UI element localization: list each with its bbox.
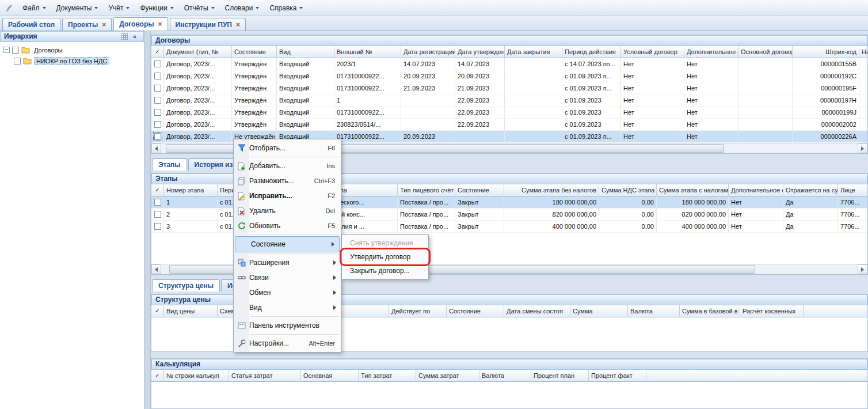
- submenu-item-close-contract[interactable]: Закрыть договор...: [342, 264, 428, 278]
- grid-view-icon[interactable]: [119, 32, 130, 41]
- menu-help[interactable]: Справка: [264, 1, 308, 15]
- column-header[interactable]: Период действия: [562, 46, 621, 58]
- scroll-left-button[interactable]: [151, 143, 161, 153]
- menu-item-duplicate[interactable]: Размножить... Ctrl+F3: [234, 173, 341, 188]
- tab-desktop[interactable]: Рабочий стол: [2, 18, 60, 31]
- column-header[interactable]: Статья затрат: [229, 370, 301, 382]
- scroll-right-button[interactable]: [858, 264, 867, 274]
- table-row[interactable]: Договор, 2023/...УтверждёнВходящий017310…: [151, 107, 867, 119]
- column-header[interactable]: Процент факт: [589, 370, 646, 382]
- tree-item-niokr[interactable]: НИОКР по ГОЗ без НДС: [0, 55, 144, 66]
- menu-item-links[interactable]: Связи: [234, 270, 341, 285]
- column-header[interactable]: Номер этапа: [164, 184, 218, 196]
- tree-checkbox[interactable]: [12, 47, 19, 54]
- column-header[interactable]: Условный договор: [621, 46, 684, 58]
- menu-item-filter[interactable]: Отобрать... F6: [234, 141, 341, 156]
- column-header[interactable]: Состояние: [232, 46, 277, 58]
- column-header[interactable]: Сумма этапа с налогами: [657, 184, 729, 196]
- panel-splitter[interactable]: [144, 31, 151, 409]
- column-header[interactable]: Лице: [838, 184, 867, 196]
- column-header[interactable]: Внешний №: [334, 46, 401, 58]
- row-checkbox[interactable]: [154, 211, 161, 218]
- close-icon[interactable]: ×: [102, 21, 106, 28]
- row-checkbox[interactable]: [154, 223, 161, 230]
- row-checkbox[interactable]: [154, 73, 161, 79]
- column-header[interactable]: Дополнительное с: [729, 184, 783, 196]
- menu-item-view[interactable]: Вид: [234, 300, 341, 315]
- column-header[interactable]: Дата утверждения: [455, 46, 505, 58]
- menu-file[interactable]: Файл: [17, 1, 51, 15]
- column-header[interactable]: № строки калькул: [164, 370, 229, 382]
- menu-dictionaries[interactable]: Словари: [220, 1, 265, 15]
- close-icon[interactable]: ×: [158, 21, 162, 28]
- submenu-item-unapprove[interactable]: Снять утверждение: [342, 236, 428, 250]
- row-checkbox[interactable]: [154, 85, 161, 92]
- menu-documents[interactable]: Документы: [51, 1, 104, 15]
- select-all-column-header[interactable]: ✓: [151, 46, 164, 58]
- column-header[interactable]: Нало: [859, 46, 867, 58]
- column-header[interactable]: Тип затрат: [359, 370, 416, 382]
- menu-item-state[interactable]: Состояние: [235, 236, 340, 252]
- column-header[interactable]: Вид: [277, 46, 334, 58]
- menu-functions[interactable]: Функции: [135, 1, 178, 15]
- column-header[interactable]: Процент план: [531, 370, 589, 382]
- column-header[interactable]: Сумма этапа без налогов: [504, 184, 599, 196]
- tab-instructions[interactable]: Инструкции ПУП×: [170, 18, 246, 31]
- tab-price-structure[interactable]: Структура цены: [152, 279, 220, 291]
- menu-accounting[interactable]: Учёт: [103, 1, 135, 15]
- column-header[interactable]: Основная: [301, 370, 359, 382]
- row-checkbox[interactable]: [154, 133, 161, 140]
- column-header[interactable]: Дата смены состоя: [504, 305, 570, 317]
- close-icon[interactable]: ×: [236, 21, 240, 28]
- tab-projects[interactable]: Проекты×: [62, 18, 112, 31]
- column-header[interactable]: Сумма: [570, 305, 628, 317]
- column-header[interactable]: Сумма НДС этапа: [599, 184, 657, 196]
- menu-item-refresh[interactable]: Обновить F5: [234, 218, 341, 233]
- column-header[interactable]: Тип лицевого счёт: [398, 184, 455, 196]
- table-row[interactable]: Договор, 2023/...УтверждёнВходящий017310…: [151, 70, 867, 82]
- scroll-left-button[interactable]: [151, 264, 161, 274]
- menu-item-delete[interactable]: Удалить Del: [234, 203, 341, 218]
- table-row[interactable]: Договор, 2023/...УтверждёнВходящий017310…: [151, 82, 867, 94]
- row-checkbox[interactable]: [154, 199, 161, 206]
- column-header[interactable]: Отражается на су: [783, 184, 838, 196]
- menu-item-toolbar[interactable]: Панель инструментов: [234, 318, 341, 333]
- menu-reports[interactable]: Отчёты: [179, 1, 220, 15]
- select-all-column-header[interactable]: ✓: [151, 305, 164, 317]
- tab-contracts[interactable]: Договоры×: [113, 17, 167, 31]
- scroll-right-button[interactable]: [858, 143, 867, 153]
- table-row[interactable]: Договор, 2023/...УтверждёнВходящий2023/1…: [151, 58, 867, 70]
- menu-item-exchange[interactable]: Обмен: [234, 285, 341, 300]
- tree-checkbox[interactable]: [14, 58, 21, 65]
- column-header[interactable]: Сумма в базовой в: [680, 305, 740, 317]
- menu-item-extensions[interactable]: Расширения: [234, 255, 341, 270]
- column-header[interactable]: Штрих-код: [793, 46, 859, 58]
- row-checkbox[interactable]: [154, 60, 161, 67]
- column-header[interactable]: Дополнительное с: [684, 46, 738, 58]
- column-header[interactable]: Валюта: [628, 305, 680, 317]
- column-header[interactable]: Состояние: [455, 184, 504, 196]
- menu-item-edit[interactable]: Исправить... F2: [234, 188, 341, 203]
- table-row[interactable]: Договор, 2023/...УтверждёнВходящий122.09…: [151, 94, 867, 107]
- column-header[interactable]: Основной договор: [738, 46, 793, 58]
- submenu-item-approve-contract[interactable]: Утвердить договор: [342, 250, 428, 264]
- menu-item-add[interactable]: Добавить... Ins: [234, 158, 341, 173]
- select-all-column-header[interactable]: ✓: [151, 370, 164, 382]
- row-checkbox[interactable]: [154, 109, 161, 116]
- collapse-panel-icon[interactable]: «: [130, 32, 140, 41]
- column-header[interactable]: Сумма затрат: [416, 370, 479, 382]
- column-header[interactable]: Документ (тип, №: [164, 46, 232, 58]
- menu-item-settings[interactable]: Настройки... Alt+Enter: [234, 336, 341, 351]
- column-header[interactable]: Действует по: [389, 305, 447, 317]
- column-header[interactable]: Вид цены: [164, 305, 218, 317]
- row-checkbox[interactable]: [154, 121, 161, 128]
- select-all-column-header[interactable]: ✓: [151, 184, 164, 196]
- column-header[interactable]: Дата регистрации: [401, 46, 455, 58]
- column-header[interactable]: Состояние: [447, 305, 504, 317]
- collapse-node-icon[interactable]: [3, 47, 10, 53]
- tree-item-contracts[interactable]: Договоры: [0, 44, 144, 55]
- table-row[interactable]: Договор, 2023/...УтверждёнВходящий230823…: [151, 119, 867, 131]
- tab-stages[interactable]: Этапы: [152, 158, 187, 171]
- row-checkbox[interactable]: [154, 97, 161, 104]
- column-header[interactable]: Дата закрытия: [505, 46, 562, 58]
